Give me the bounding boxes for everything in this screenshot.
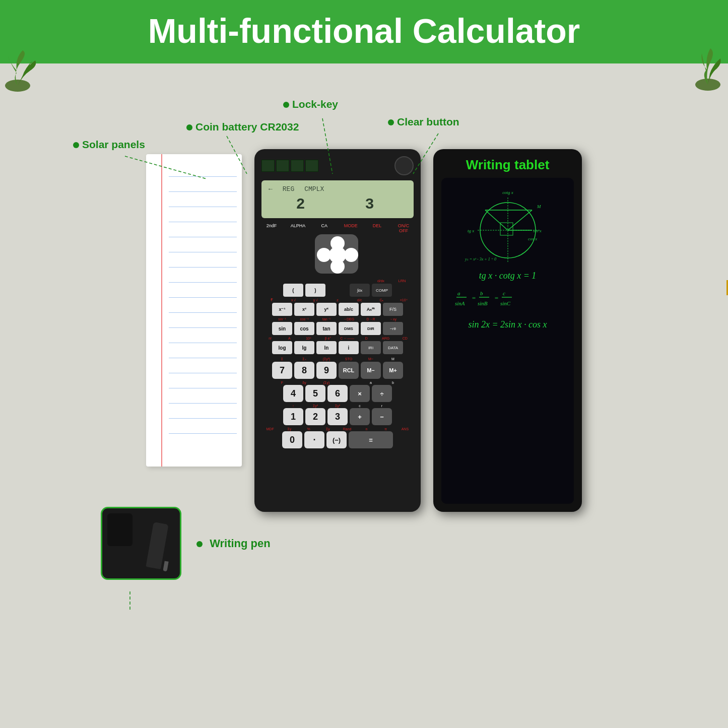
sublabel-row5: Σ Σₓ (Σy²) STO M− M — [261, 357, 414, 361]
btn-iri[interactable]: IRI — [361, 341, 381, 354]
sublbl-lrn: LRN — [392, 279, 412, 283]
svg-text:cos x: cos x — [528, 236, 537, 241]
svg-text:sin x: sin x — [533, 228, 542, 233]
btn-fs[interactable]: F/S — [383, 303, 403, 316]
btn-ln[interactable]: ln — [316, 341, 337, 354]
annotation-lock-key: Lock-key — [283, 98, 338, 110]
calculator-display: ← REG CMPLX 2 3 — [261, 180, 414, 218]
btn-mminus[interactable]: M− — [361, 362, 381, 379]
svg-text:c: c — [503, 290, 505, 296]
annotation-solar-panels: Solar panels — [73, 139, 145, 151]
tablet-title: Writing tablet — [441, 157, 574, 173]
btn-open-paren[interactable]: ( — [283, 284, 303, 297]
tablet-eq1: tg x · cotg x = 1 — [448, 271, 567, 281]
btn-1[interactable]: 1 — [283, 408, 303, 425]
btn-xinv[interactable]: x⁻¹ — [272, 303, 292, 316]
writing-pen-image — [101, 507, 181, 580]
svg-text:=: = — [494, 294, 499, 302]
btn-xsq[interactable]: x² — [294, 303, 314, 316]
num-row-789: 7 8 9 RCL M− M+ — [261, 362, 414, 379]
btn-comp[interactable]: COMP — [372, 284, 392, 297]
btn-dir[interactable]: DIR — [361, 322, 381, 335]
label-mode: MODE — [342, 223, 360, 233]
btn-7[interactable]: 7 — [272, 362, 292, 379]
svg-text:b: b — [480, 290, 483, 296]
btn-anm[interactable]: Aₙᵐ — [361, 303, 381, 316]
btn-6[interactable]: 6 — [327, 385, 348, 402]
btn-4[interactable]: 4 — [283, 385, 303, 402]
btn-dot[interactable]: · — [304, 431, 324, 448]
btn-tan[interactable]: tan — [316, 322, 337, 335]
page-title: Multi-functional Calculator — [0, 11, 728, 50]
btn-integral[interactable]: ∫dx — [350, 284, 370, 297]
solar-panel — [261, 160, 318, 172]
btn-rcl[interactable]: RCL — [339, 362, 359, 379]
btn-log[interactable]: log — [272, 341, 292, 354]
sublabel-row4: n! A 10ᵃ β e° C ←—— D ARG CD — [261, 337, 414, 341]
nav-left[interactable] — [317, 248, 331, 262]
solar-cell-1 — [261, 160, 275, 172]
btn-9[interactable]: 9 — [316, 362, 337, 379]
tablet-screen: cotg x M tg x sin x cos x y₁ = x² - 3x +… — [441, 178, 574, 504]
nav-cluster — [315, 234, 360, 276]
btn-neg[interactable]: (−) — [326, 431, 347, 448]
num-row-456: 4 5 6 × ÷ — [261, 385, 414, 402]
solar-cell-3 — [291, 160, 304, 172]
svg-text:sinC: sinC — [500, 300, 511, 306]
btn-minus[interactable]: − — [372, 408, 392, 425]
calculator-body: ← REG CMPLX 2 3 2ndF ALPHA CA MODE DEL O… — [254, 149, 421, 512]
func-row-4: log lg ln i IRI DATA — [261, 341, 414, 354]
sublbl-ddx: d/dx — [371, 279, 390, 283]
trig-diagram: cotg x M tg x sin x cos x y₁ = x² - 3x +… — [457, 185, 558, 266]
sublabel-row6: F δy (Σy) a b — [261, 381, 414, 384]
top-label-row: 2ndF ALPHA CA MODE DEL ON/C OFF — [261, 223, 414, 233]
func-row-2: x⁻¹ x² yˣ ab/c Aₙᵐ F/S — [261, 303, 414, 316]
display-arrow: ← — [269, 185, 273, 193]
btn-lg[interactable]: lg — [294, 341, 314, 354]
main-layout: ← REG CMPLX 2 3 2ndF ALPHA CA MODE DEL O… — [0, 63, 728, 512]
btn-close-paren[interactable]: ) — [305, 284, 325, 297]
writing-pen-label: Writing pen — [196, 537, 271, 550]
btn-cos[interactable]: cos — [294, 322, 314, 335]
btn-2[interactable]: 2 — [305, 408, 325, 425]
btn-rtheta[interactable]: −rθ — [383, 322, 403, 335]
label-2ndf: 2ndF — [262, 223, 281, 233]
func-row-3: sin cos tan DMS DIR −rθ — [261, 322, 414, 335]
pen-tip — [163, 561, 168, 571]
btn-5[interactable]: 5 — [305, 385, 325, 402]
svg-text:sinA: sinA — [455, 300, 465, 306]
sublabel-row1: d/dx LRN — [261, 279, 414, 283]
btn-sin[interactable]: sin — [272, 322, 292, 335]
sublabel-row7: ↑ Σy² Σy³ c r — [261, 404, 414, 408]
btn-i[interactable]: i — [339, 341, 359, 354]
btn-divide[interactable]: ÷ — [372, 385, 392, 402]
btn-plus[interactable]: + — [350, 408, 370, 425]
btn-equals[interactable]: = — [349, 431, 393, 448]
lock-key-button[interactable] — [394, 156, 414, 175]
calc-top-row — [261, 156, 414, 175]
display-num2: 3 — [365, 196, 379, 213]
plant-right — [668, 44, 723, 92]
btn-multiply[interactable]: × — [350, 385, 370, 402]
svg-line-9 — [485, 210, 508, 230]
nav-up[interactable] — [330, 236, 345, 250]
pen-calc-mini — [107, 513, 133, 546]
solar-cell-4 — [305, 160, 318, 172]
btn-abdc[interactable]: ab/c — [339, 303, 359, 316]
nav-right[interactable] — [344, 248, 358, 262]
btn-0[interactable]: 0 — [282, 431, 302, 448]
nav-cluster-row — [261, 234, 414, 276]
svg-text:=: = — [472, 294, 476, 302]
label-alpha: ALPHA — [289, 223, 307, 233]
header: Multi-functional Calculator — [0, 0, 728, 63]
btn-8[interactable]: 8 — [294, 362, 314, 379]
btn-mplus[interactable]: M+ — [383, 362, 403, 379]
notebook — [146, 154, 242, 467]
annotation-coin-battery: Coin battery CR2032 — [186, 121, 299, 133]
btn-dms[interactable]: DMS — [339, 322, 359, 335]
btn-yx[interactable]: yˣ — [316, 303, 337, 316]
btn-3[interactable]: 3 — [327, 408, 348, 425]
nav-down[interactable] — [330, 259, 345, 274]
btn-data[interactable]: DATA — [383, 341, 403, 354]
func-row-1: ( ) ∫dx COMP — [261, 284, 414, 297]
